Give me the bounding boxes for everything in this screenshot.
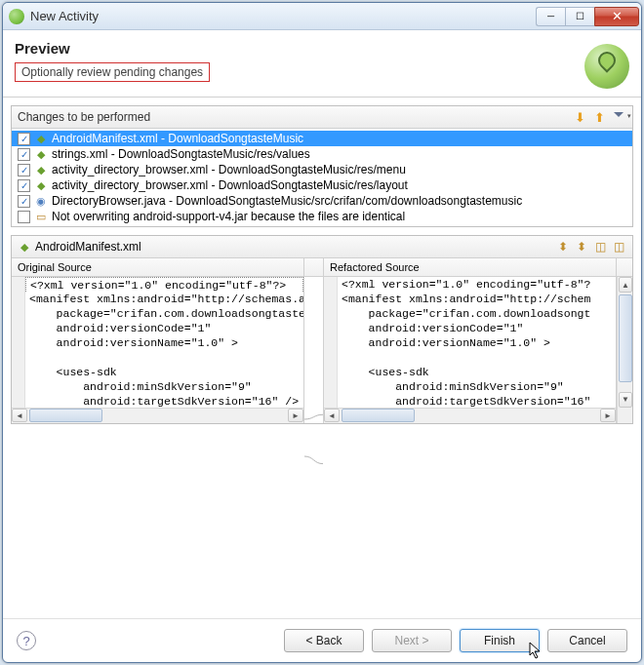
code-line: android:targetSdkVersion="16" <box>338 394 616 408</box>
change-row[interactable]: ✓◆AndroidManifest.xml - DownloadSongtast… <box>12 131 632 146</box>
finish-button[interactable]: Finish <box>460 629 540 652</box>
change-row[interactable]: ✓◆activity_directory_browser.xml - Downl… <box>12 162 632 177</box>
diff-columns: Original Source Refactored Source <box>12 258 632 277</box>
left-code-pane[interactable]: <?xml version="1.0" encoding="utf-8"?><m… <box>12 277 304 423</box>
right-hscrollbar[interactable]: ◄ ► <box>324 408 616 423</box>
code-line: <uses-sdk <box>25 365 303 379</box>
change-label: DirectoryBrowser.java - DownloadSongtast… <box>52 194 522 208</box>
diff-connector <box>304 277 324 423</box>
checkbox[interactable]: ✓ <box>18 179 30 192</box>
filter-icon <box>612 110 625 124</box>
page-title: Preview <box>15 40 584 57</box>
help-icon[interactable]: ? <box>17 631 36 650</box>
xml-file-icon: ◆ <box>34 147 48 161</box>
finish-label: Finish <box>484 634 515 647</box>
change-row[interactable]: ✓◉DirectoryBrowser.java - DownloadSongta… <box>12 193 632 209</box>
compare-next-icon[interactable]: ⬍ <box>555 239 571 254</box>
button-bar: ? < Back Next > Finish Cancel <box>3 618 641 662</box>
titlebar[interactable]: New Activity ─ ☐ ✕ <box>3 3 641 30</box>
scroll-down-icon[interactable]: ▼ <box>619 392 632 408</box>
code-line: android:versionName="1.0" > <box>25 335 303 350</box>
vscroll-thumb[interactable] <box>619 294 632 382</box>
window-controls: ─ ☐ ✕ <box>536 7 639 26</box>
jar-file-icon: ▭ <box>34 210 48 223</box>
page-subtitle: Optionally review pending changes <box>15 62 210 82</box>
xml-file-icon: ◆ <box>34 163 48 176</box>
filter-button[interactable] <box>611 109 626 125</box>
xml-file-icon: ◆ <box>34 178 48 192</box>
left-hscrollbar[interactable]: ◄ ► <box>12 408 303 423</box>
code-line: android:minSdkVersion="9" <box>25 379 303 394</box>
change-label: AndroidManifest.xml - DownloadSongtasteM… <box>52 132 303 145</box>
code-line: android:versionName="1.0" > <box>338 335 616 350</box>
close-button[interactable]: ✕ <box>594 7 639 26</box>
connector-header <box>304 258 324 276</box>
diff-tab-bar: ◆ AndroidManifest.xml ⬍ ⬍ ◫ ◫ <box>12 236 632 258</box>
scroll-thumb[interactable] <box>29 409 102 422</box>
scroll-left-icon[interactable]: ◄ <box>324 409 340 422</box>
diff-section: ◆ AndroidManifest.xml ⬍ ⬍ ◫ ◫ Original S… <box>11 235 633 424</box>
right-column-header: Refactored Source <box>324 258 617 276</box>
diff-body: <?xml version="1.0" encoding="utf-8"?><m… <box>12 277 632 423</box>
code-line: package="crifan.com.downloadsongt <box>338 306 616 321</box>
xml-file-icon: ◆ <box>34 132 48 145</box>
changes-list: ✓◆AndroidManifest.xml - DownloadSongtast… <box>12 129 632 226</box>
code-line: <manifest xmlns:android="http://schem <box>338 292 616 306</box>
code-line: android:minSdkVersion="9" <box>338 379 616 394</box>
code-line: android:targetSdkVersion="16" /> <box>25 394 303 408</box>
back-button[interactable]: < Back <box>284 629 364 652</box>
prev-change-icon[interactable]: ⬆ <box>591 109 607 125</box>
copy-right-icon[interactable]: ◫ <box>611 239 626 254</box>
compare-prev-icon[interactable]: ⬍ <box>574 239 589 254</box>
xml-file-icon: ◆ <box>18 240 31 254</box>
checkbox[interactable]: ✓ <box>18 164 30 176</box>
code-line <box>25 350 303 365</box>
changes-panel: Changes to be performed ⬇ ⬆ ✓◆AndroidMan… <box>11 105 633 227</box>
left-gutter <box>12 277 25 408</box>
checkbox[interactable]: ✓ <box>18 148 30 161</box>
copy-left-icon[interactable]: ◫ <box>592 239 608 254</box>
maximize-button[interactable]: ☐ <box>565 7 594 26</box>
scroll-header <box>617 258 632 276</box>
next-change-icon[interactable]: ⬇ <box>572 109 587 125</box>
android-icon <box>584 44 629 89</box>
left-column-header: Original Source <box>12 258 304 276</box>
code-line: android:versionCode="1" <box>25 321 303 335</box>
checkbox[interactable] <box>18 211 30 223</box>
scroll-up-icon[interactable]: ▲ <box>619 277 632 293</box>
change-row[interactable]: ✓◆activity_directory_browser.xml - Downl… <box>12 177 632 193</box>
changes-header: Changes to be performed ⬇ ⬆ <box>12 106 632 129</box>
code-line: package="crifan.com.downloadsongtaste <box>25 306 303 321</box>
code-line: <?xml version="1.0" encoding="utf-8"?> <box>25 277 303 292</box>
changes-title: Changes to be performed <box>18 110 572 124</box>
change-label: activity_directory_browser.xml - Downloa… <box>52 178 408 192</box>
change-label: Not overwriting android-support-v4.jar b… <box>52 210 405 223</box>
code-line: <?xml version="1.0" encoding="utf-8"? <box>338 277 616 292</box>
checkbox[interactable]: ✓ <box>18 133 30 145</box>
scroll-thumb[interactable] <box>342 409 415 422</box>
diff-tab-title: AndroidManifest.xml <box>35 240 141 254</box>
change-row[interactable]: ✓◆strings.xml - DownloadSongtasteMusic/r… <box>12 146 632 162</box>
code-line: android:versionCode="1" <box>338 321 616 335</box>
change-label: activity_directory_browser.xml - Downloa… <box>52 163 406 176</box>
minimize-button[interactable]: ─ <box>536 7 565 26</box>
code-line: <uses-sdk <box>338 365 616 379</box>
right-gutter <box>324 277 338 408</box>
checkbox[interactable]: ✓ <box>18 195 30 208</box>
dialog-window: New Activity ─ ☐ ✕ Preview Optionally re… <box>2 2 642 663</box>
cancel-button[interactable]: Cancel <box>547 629 627 652</box>
app-icon <box>9 9 24 24</box>
vscrollbar[interactable]: ▲ ▼ <box>617 277 632 423</box>
header-section: Preview Optionally review pending change… <box>3 30 641 98</box>
code-line <box>338 350 616 365</box>
right-code-pane[interactable]: <?xml version="1.0" encoding="utf-8"?<ma… <box>324 277 617 423</box>
scroll-left-icon[interactable]: ◄ <box>12 409 27 422</box>
change-label: strings.xml - DownloadSongtasteMusic/res… <box>52 147 310 161</box>
window-title: New Activity <box>30 9 536 23</box>
scroll-right-icon[interactable]: ► <box>600 409 616 422</box>
cursor-icon <box>529 642 543 661</box>
change-row[interactable]: ▭Not overwriting android-support-v4.jar … <box>12 209 632 224</box>
scroll-right-icon[interactable]: ► <box>288 409 303 422</box>
next-button: Next > <box>372 629 452 652</box>
java-file-icon: ◉ <box>34 194 48 208</box>
